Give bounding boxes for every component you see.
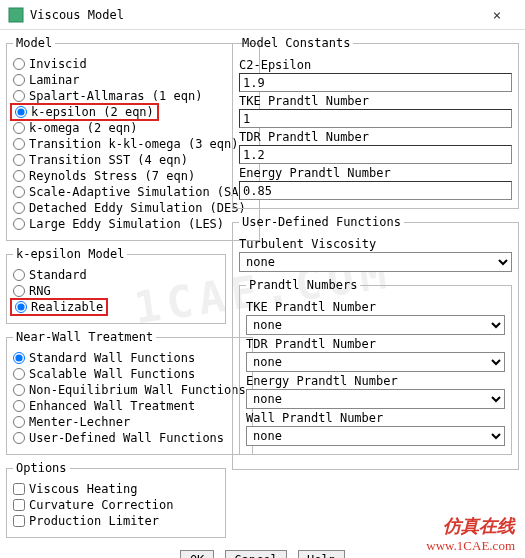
prandtl-group: Prandtl Numbers TKE Prandtl NumbernoneTD… — [239, 278, 512, 455]
near-wall-radio[interactable] — [13, 416, 25, 428]
options-label: Production Limiter — [29, 514, 159, 528]
close-button[interactable]: × — [477, 7, 517, 23]
ke-model-radio[interactable] — [13, 269, 25, 281]
model-radio[interactable] — [13, 58, 25, 70]
near-wall-radio[interactable] — [13, 352, 25, 364]
options-group: Options Viscous HeatingCurvature Correct… — [6, 461, 226, 538]
constant-label: TDR Prandtl Number — [239, 130, 512, 144]
near-wall-label: Standard Wall Functions — [29, 351, 195, 365]
udf-legend: User-Defined Functions — [239, 215, 404, 229]
model-label: k-epsilon (2 eqn) — [31, 105, 154, 119]
model-label: Scale-Adaptive Simulation (SAS) — [29, 185, 253, 199]
model-item[interactable]: Transition k-kl-omega (3 eqn) — [13, 136, 253, 152]
constant-input[interactable] — [239, 109, 512, 128]
options-label: Viscous Heating — [29, 482, 137, 496]
ke-model-label: Standard — [29, 268, 87, 282]
ke-model-radio[interactable] — [13, 285, 25, 297]
near-wall-label: User-Defined Wall Functions — [29, 431, 224, 445]
model-item[interactable]: k-epsilon (2 eqn) — [13, 104, 253, 120]
model-radio[interactable] — [15, 106, 27, 118]
constant-input[interactable] — [239, 145, 512, 164]
model-item[interactable]: Inviscid — [13, 56, 253, 72]
options-legend: Options — [13, 461, 70, 475]
model-item[interactable]: Scale-Adaptive Simulation (SAS) — [13, 184, 253, 200]
model-radio[interactable] — [13, 90, 25, 102]
ke-model-label: Realizable — [31, 300, 103, 314]
prandtl-combo[interactable]: none — [246, 315, 505, 335]
near-wall-radio[interactable] — [13, 432, 25, 444]
udf-group: User-Defined Functions Turbulent Viscosi… — [232, 215, 519, 470]
prandtl-combo[interactable]: none — [246, 426, 505, 446]
model-radio[interactable] — [13, 202, 25, 214]
near-wall-item[interactable]: Non-Equilibrium Wall Functions — [13, 382, 246, 398]
near-wall-radio[interactable] — [13, 384, 25, 396]
near-wall-label: Enhanced Wall Treatment — [29, 399, 195, 413]
options-item[interactable]: Curvature Correction — [13, 497, 219, 513]
near-wall-item[interactable]: Enhanced Wall Treatment — [13, 398, 246, 414]
near-wall-item[interactable]: Standard Wall Functions — [13, 350, 246, 366]
near-wall-item[interactable]: Scalable Wall Functions — [13, 366, 246, 382]
help-button[interactable]: Help — [298, 550, 345, 558]
model-item[interactable]: Detached Eddy Simulation (DES) — [13, 200, 253, 216]
options-checkbox[interactable] — [13, 483, 25, 495]
options-item[interactable]: Production Limiter — [13, 513, 219, 529]
constant-label: C2-Epsilon — [239, 58, 512, 72]
constant-input[interactable] — [239, 181, 512, 200]
model-radio[interactable] — [13, 154, 25, 166]
model-label: Detached Eddy Simulation (DES) — [29, 201, 246, 215]
model-radio[interactable] — [13, 74, 25, 86]
near-wall-legend: Near-Wall Treatment — [13, 330, 156, 344]
model-label: k-omega (2 eqn) — [29, 121, 137, 135]
model-label: Laminar — [29, 73, 80, 87]
ke-model-item[interactable]: Standard — [13, 267, 219, 283]
model-item[interactable]: Reynolds Stress (7 eqn) — [13, 168, 253, 184]
prandtl-combo[interactable]: none — [246, 389, 505, 409]
model-label: Large Eddy Simulation (LES) — [29, 217, 224, 231]
near-wall-radio[interactable] — [13, 400, 25, 412]
prandtl-label: TDR Prandtl Number — [246, 337, 505, 351]
model-item[interactable]: k-omega (2 eqn) — [13, 120, 253, 136]
near-wall-radio[interactable] — [13, 368, 25, 380]
options-label: Curvature Correction — [29, 498, 174, 512]
near-wall-group: Near-Wall Treatment Standard Wall Functi… — [6, 330, 253, 455]
cancel-button[interactable]: Cancel — [225, 550, 286, 558]
model-radio[interactable] — [13, 138, 25, 150]
constant-input[interactable] — [239, 73, 512, 92]
model-group: Model InviscidLaminarSpalart-Allmaras (1… — [6, 36, 260, 241]
ke-model-item[interactable]: Realizable — [13, 299, 219, 315]
options-checkbox[interactable] — [13, 499, 25, 511]
constant-label: TKE Prandtl Number — [239, 94, 512, 108]
ke-model-radio[interactable] — [15, 301, 27, 313]
model-label: Transition k-kl-omega (3 eqn) — [29, 137, 239, 151]
prandtl-legend: Prandtl Numbers — [246, 278, 360, 292]
model-radio[interactable] — [13, 170, 25, 182]
model-label: Spalart-Allmaras (1 eqn) — [29, 89, 202, 103]
app-icon — [8, 7, 24, 23]
ke-model-label: RNG — [29, 284, 51, 298]
prandtl-combo[interactable]: none — [246, 352, 505, 372]
model-label: Inviscid — [29, 57, 87, 71]
options-item[interactable]: Viscous Heating — [13, 481, 219, 497]
svg-rect-0 — [9, 8, 23, 22]
model-label: Transition SST (4 eqn) — [29, 153, 188, 167]
near-wall-item[interactable]: User-Defined Wall Functions — [13, 430, 246, 446]
prandtl-label: TKE Prandtl Number — [246, 300, 505, 314]
model-item[interactable]: Large Eddy Simulation (LES) — [13, 216, 253, 232]
near-wall-item[interactable]: Menter-Lechner — [13, 414, 246, 430]
model-constants-group: Model Constants C2-EpsilonTKE Prandtl Nu… — [232, 36, 519, 209]
model-item[interactable]: Laminar — [13, 72, 253, 88]
model-radio[interactable] — [13, 122, 25, 134]
options-checkbox[interactable] — [13, 515, 25, 527]
model-item[interactable]: Transition SST (4 eqn) — [13, 152, 253, 168]
prandtl-label: Wall Prandtl Number — [246, 411, 505, 425]
model-radio[interactable] — [13, 218, 25, 230]
titlebar: Viscous Model × — [0, 0, 525, 30]
ke-model-item[interactable]: RNG — [13, 283, 219, 299]
near-wall-label: Non-Equilibrium Wall Functions — [29, 383, 246, 397]
turb-visc-combo[interactable]: none — [239, 252, 512, 272]
near-wall-label: Scalable Wall Functions — [29, 367, 195, 381]
model-constants-legend: Model Constants — [239, 36, 353, 50]
ok-button[interactable]: OK — [180, 550, 214, 558]
model-radio[interactable] — [13, 186, 25, 198]
model-item[interactable]: Spalart-Allmaras (1 eqn) — [13, 88, 253, 104]
